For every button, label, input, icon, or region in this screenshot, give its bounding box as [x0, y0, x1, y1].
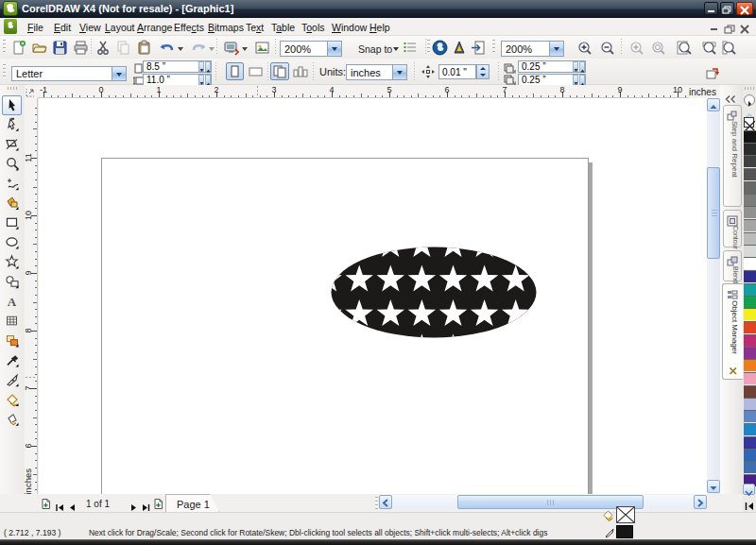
svg-text:A: A: [8, 295, 17, 309]
